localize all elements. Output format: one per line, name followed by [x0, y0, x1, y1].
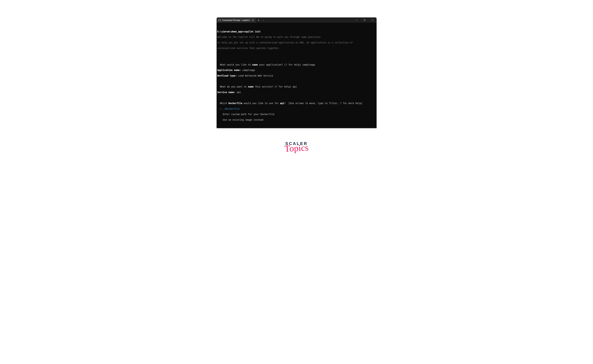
service-name-label: Service name:: [217, 91, 236, 94]
q1-post: your application? [? for help] sampleapp: [258, 64, 315, 66]
q2-bold: name: [248, 85, 254, 88]
maximize-button[interactable]: [361, 17, 369, 23]
terminal-body[interactable]: E:\simran\demo_app>copilot init Welcome …: [217, 23, 376, 128]
window-controls: [352, 17, 376, 23]
close-button[interactable]: [369, 17, 376, 23]
q3-post: ? [Use arrows to move, type to filter, ?…: [284, 102, 362, 104]
workload-label: Workload type:: [217, 74, 237, 77]
option-2[interactable]: Enter custom path for your Dockerfile: [223, 113, 275, 116]
option-selected-marker: >: [217, 108, 223, 110]
svg-text:C:\: C:\: [219, 20, 221, 21]
command-text: copilot init: [244, 30, 261, 33]
workload-value: Load Balanced Web Service: [237, 74, 273, 77]
tab-active[interactable]: C:\ Command Prompt - copilot i: [217, 18, 256, 23]
option-1[interactable]: ./Dockerfile: [223, 108, 240, 110]
tab-dropdown-button[interactable]: [261, 18, 265, 23]
welcome-line-2: to help you get set up with a containeri…: [217, 41, 376, 44]
terminal-window: C:\ Command Prompt - copilot i: [217, 17, 376, 128]
option-3-indent: [217, 118, 223, 121]
welcome-line-3: containerized services that operate toge…: [217, 47, 376, 50]
q2-pre: What do you want to: [217, 85, 248, 88]
watermark: SCALER Topics: [284, 141, 309, 153]
cmd-icon: C:\: [218, 19, 221, 21]
option-3[interactable]: Use an existing image instead: [223, 118, 263, 121]
prompt-path: E:\simran\demo_app>: [217, 30, 244, 33]
q1-bold: name: [252, 64, 258, 66]
q3-mid: would you like to use for: [243, 102, 280, 104]
q3-bold2: api: [280, 102, 284, 104]
new-tab-button[interactable]: [256, 18, 261, 23]
service-name-value: api: [236, 91, 241, 94]
q3-pre: Which: [217, 102, 229, 104]
app-name-label: Application name:: [217, 69, 241, 72]
tab-title: Command Prompt - copilot i: [222, 19, 250, 21]
watermark-topics: Topics: [284, 143, 309, 153]
svg-rect-2: [364, 20, 365, 21]
q1-pre: What would you like to: [217, 64, 252, 66]
titlebar: C:\ Command Prompt - copilot i: [217, 17, 376, 23]
q2-post: this service? [? for help] api: [254, 85, 297, 88]
welcome-line-1: Welcome to the Copilot CLI! We're going …: [217, 36, 376, 39]
q3-bold1: Dockerfile: [229, 102, 243, 104]
app-name-value: sampleapp: [241, 69, 255, 72]
option-2-indent: [217, 113, 223, 116]
minimize-button[interactable]: [352, 17, 361, 23]
tab-close-button[interactable]: [251, 19, 254, 22]
